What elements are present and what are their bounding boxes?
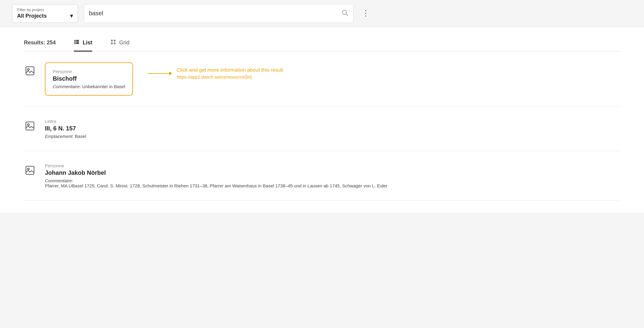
svg-rect-4 xyxy=(75,41,76,42)
chevron-down-icon: ▾ xyxy=(70,13,73,19)
filter-value-text: All Projects xyxy=(17,13,47,19)
arrow-line xyxy=(148,73,172,74)
svg-rect-6 xyxy=(75,43,76,44)
result-detail: Emplacement: Basel xyxy=(45,134,86,139)
tooltip-content: Click and get more information about thi… xyxy=(177,67,283,79)
result-card-plain[interactable]: Personne Johann Jakob Nörbel Commentaire… xyxy=(45,162,387,189)
result-detail-label: Commentaire: xyxy=(53,84,82,89)
result-card-plain[interactable]: Lettre III, 6 N. 157 Emplacement: Basel xyxy=(45,118,86,140)
svg-rect-14 xyxy=(26,122,34,130)
result-title: III, 6 N. 157 xyxy=(45,125,86,132)
search-icon xyxy=(341,9,348,18)
filter-dropdown[interactable]: Filter by project All Projects ▾ xyxy=(12,4,78,23)
list-icon xyxy=(74,39,80,46)
result-item[interactable]: Lettre III, 6 N. 157 Emplacement: Basel xyxy=(24,107,620,151)
main-content: Results: 254 List Grid xyxy=(0,27,644,213)
result-item[interactable]: Personne Bischoff Commentaire: Unbekannt… xyxy=(24,52,620,107)
grid-icon xyxy=(110,39,116,46)
svg-rect-5 xyxy=(76,41,79,42)
svg-point-15 xyxy=(28,124,29,126)
svg-rect-9 xyxy=(114,40,116,42)
more-options-icon[interactable]: ⋮ xyxy=(359,6,372,20)
result-title: Bischoff xyxy=(53,75,125,82)
result-detail-label: Commentaire: xyxy=(45,178,73,183)
result-detail-value: Basel xyxy=(75,134,86,139)
tooltip-url: https://app2.dasch.swiss/resource/[iri] xyxy=(177,74,283,79)
result-detail-label: Emplacement: xyxy=(45,134,75,139)
result-type: Personne xyxy=(53,69,125,74)
result-detail: Commentaire: Unbekannter in Basel xyxy=(53,84,125,89)
result-item[interactable]: Personne Johann Jakob Nörbel Commentaire… xyxy=(24,151,620,201)
tab-grid-label: Grid xyxy=(119,40,129,46)
result-icon xyxy=(24,65,36,79)
result-type: Personne xyxy=(45,163,387,168)
svg-point-13 xyxy=(28,69,29,70)
svg-line-1 xyxy=(346,14,348,16)
svg-rect-8 xyxy=(111,40,113,42)
result-detail-value: Unbekannter in Basel xyxy=(82,84,125,89)
result-detail-value: Pfarrer, MA UBasel 1725, Cand. S. Minist… xyxy=(45,183,387,188)
arrow-tooltip: Click and get more information about thi… xyxy=(148,67,283,79)
svg-rect-2 xyxy=(75,40,76,41)
svg-rect-10 xyxy=(111,43,113,44)
tab-list[interactable]: List xyxy=(74,39,92,51)
result-title: Johann Jakob Nörbel xyxy=(45,169,387,176)
result-type: Lettre xyxy=(45,119,86,124)
svg-rect-3 xyxy=(76,40,79,41)
search-input[interactable] xyxy=(89,10,341,17)
result-icon xyxy=(24,165,36,178)
svg-point-17 xyxy=(28,168,29,170)
svg-rect-7 xyxy=(76,43,79,44)
svg-rect-11 xyxy=(114,43,116,44)
tooltip-title: Click and get more information about thi… xyxy=(177,67,283,73)
result-icon xyxy=(24,121,36,134)
filter-value-row: All Projects ▾ xyxy=(17,13,73,19)
results-count: Results: 254 xyxy=(24,40,56,51)
result-detail: Commentaire: Pfarrer, MA UBasel 1725, Ca… xyxy=(45,178,387,188)
svg-rect-16 xyxy=(26,166,34,174)
search-bar xyxy=(84,4,353,23)
svg-rect-12 xyxy=(26,67,34,75)
tab-list-label: List xyxy=(83,40,92,46)
tab-grid[interactable]: Grid xyxy=(110,39,129,51)
header: Filter by project All Projects ▾ ⋮ xyxy=(0,0,644,27)
tabs-row: Results: 254 List Grid xyxy=(24,39,620,52)
filter-label: Filter by project xyxy=(17,7,73,12)
results-list: Personne Bischoff Commentaire: Unbekannt… xyxy=(24,52,620,201)
result-card-highlighted[interactable]: Personne Bischoff Commentaire: Unbekannt… xyxy=(45,62,133,96)
